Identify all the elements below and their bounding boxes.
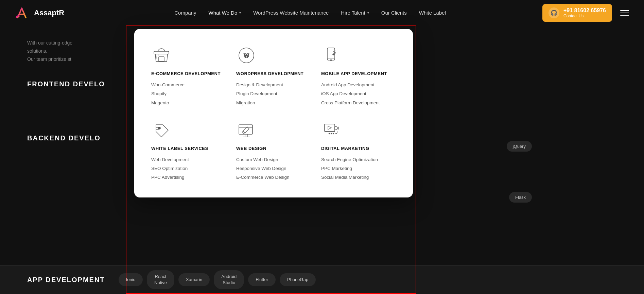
svg-text:W: W [244,53,249,58]
contact-button[interactable]: 🎧 +91 81602 65976 Contact Us [542,4,612,22]
svg-point-25 [333,133,334,134]
nav-what-we-do[interactable]: What We Do ▾ [208,10,241,16]
nav-wordpress[interactable]: WordPress Website Maintenance [253,10,329,16]
svg-rect-14 [239,125,253,134]
web-design-title: WEB DESIGN [236,146,311,151]
wordpress-title: WORDPRESS DEVELOPMENT [236,71,311,76]
cross-platform-link[interactable]: Cross Platform Development [321,100,396,106]
ecom-web-link[interactable]: E-Commerce Web Design [236,174,311,181]
svg-rect-19 [325,124,335,132]
contact-info: +91 81602 65976 Contact Us [563,7,606,18]
logo-icon [14,5,30,21]
jquery-tag[interactable]: jQuery [507,141,532,152]
phonegap-tag[interactable]: PhoneGap [280,273,316,286]
navbar-right: 🎧 +91 81602 65976 Contact Us [542,4,630,22]
mobile-links: Android App Development iOS App Developm… [321,82,396,106]
android-link[interactable]: Android App Development [321,82,396,88]
web-design-links: Custom Web Design Responsive Web Design … [236,156,311,181]
wordpress-icon: W [236,45,257,66]
svg-rect-0 [154,51,169,54]
mobile-service: MOBILE APP DEVELOPMENT Android App Devel… [321,45,396,106]
ecommerce-links: Woo-Commerce Shopify Magento [151,82,226,106]
ios-link[interactable]: iOS App Development [321,90,396,97]
nav-hire-talent[interactable]: Hire Talent ▾ [341,10,369,16]
services-grid: E-COMMERCE DEVELOPMENT Woo-Commerce Shop… [151,45,396,181]
nav-clients[interactable]: Our Clients [381,10,407,16]
xamarin-tag[interactable]: Xamarin [178,273,210,286]
flutter-tag[interactable]: Flutter [248,273,276,286]
shopify-link[interactable]: Shopify [151,90,226,97]
chevron-down-icon: ▾ [367,11,369,15]
woocommerce-link[interactable]: Woo-Commerce [151,82,226,88]
web-design-service: WEB DESIGN Custom Web Design Responsive … [236,120,311,181]
wordpress-service: W WORDPRESS DEVELOPMENT Design & Develop… [236,45,311,106]
mobile-title: MOBILE APP DEVELOPMENT [321,71,396,76]
custom-web-link[interactable]: Custom Web Design [236,156,311,163]
android-studio-tag[interactable]: AndroidStudio [214,270,244,289]
svg-rect-1 [159,57,164,62]
nav-company[interactable]: Company [174,10,196,16]
react-native-tag[interactable]: ReactNative [147,270,174,289]
design-dev-link[interactable]: Design & Development [236,82,311,88]
app-dev-tags: Ionic ReactNative Xamarin AndroidStudio … [119,270,316,289]
magento-link[interactable]: Magento [151,100,226,106]
navbar-nav: Company What We Do ▾ WordPress Website M… [174,10,446,16]
design-icon [236,120,257,140]
svg-point-23 [329,133,330,134]
tag-icon [151,120,172,140]
wordpress-links: Design & Development Plugin Development … [236,82,311,106]
social-media-link[interactable]: Social Media Marketing [321,174,396,181]
seo-link[interactable]: SEO Optimization [151,165,226,172]
svg-line-2 [156,54,157,59]
contact-phone: +91 81602 65976 [563,7,606,14]
migration-link[interactable]: Migration [236,100,311,106]
ecommerce-service: E-COMMERCE DEVELOPMENT Woo-Commerce Shop… [151,45,226,106]
nav-white-label[interactable]: White Label [419,10,446,16]
logo-text: AssaptR [34,8,64,17]
what-we-do-dropdown: E-COMMERCE DEVELOPMENT Woo-Commerce Shop… [134,29,413,197]
navbar: AssaptR Company What We Do ▾ WordPress W… [0,0,644,25]
marketing-icon [321,120,342,140]
ecommerce-title: E-COMMERCE DEVELOPMENT [151,71,226,76]
ionic-tag[interactable]: Ionic [119,273,143,286]
svg-point-10 [333,54,334,55]
digital-marketing-title: DIGITAL MARKETING [321,146,396,151]
svg-point-24 [331,133,332,134]
flask-tag[interactable]: Flask [509,192,532,203]
plugin-link[interactable]: Plugin Development [236,90,311,97]
headphone-icon: 🎧 [549,7,559,18]
contact-label: Contact Us [563,14,606,18]
seo-marketing-link[interactable]: Search Engine Optimization [321,156,396,163]
responsive-link[interactable]: Responsive Web Design [236,165,311,172]
app-dev-title: APP DEVELOPMENT [27,276,105,284]
digital-marketing-service: DIGITAL MARKETING Search Engine Optimiza… [321,120,396,181]
mobile-icon [321,45,342,66]
ppc-advertising-link[interactable]: PPC Advertising [151,174,226,181]
hamburger-menu[interactable] [619,9,630,17]
navbar-left: AssaptR [14,5,64,21]
svg-marker-20 [328,126,331,129]
store-icon [151,45,172,66]
svg-point-9 [331,60,332,61]
web-dev-link[interactable]: Web Development [151,156,226,163]
chevron-down-icon: ▾ [239,11,241,15]
bottom-bar: APP DEVELOPMENT Ionic ReactNative Xamari… [0,265,644,294]
white-label-title: WHITE LABEL SERVICES [151,146,226,151]
ppc-marketing-link[interactable]: PPC Marketing [321,165,396,172]
white-label-links: Web Development SEO Optimization PPC Adv… [151,156,226,181]
digital-marketing-links: Search Engine Optimization PPC Marketing… [321,156,396,181]
white-label-service: WHITE LABEL SERVICES Web Development SEO… [151,120,226,181]
